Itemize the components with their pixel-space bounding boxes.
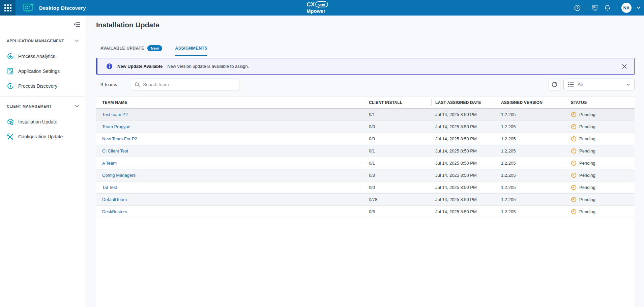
- team-link[interactable]: Test team P2: [102, 112, 128, 117]
- app-launcher-button[interactable]: [0, 0, 16, 16]
- team-search-box: [131, 79, 239, 90]
- sidebar-item-label: Configuration Update: [18, 134, 63, 139]
- table-row[interactable]: Config Managers 0/3 Jul 14, 2025 8:50 PM…: [96, 169, 635, 182]
- sidebar-item-label: Process Discovery: [18, 83, 57, 89]
- sidebar: APPLICATION MANAGEMENT Process Analytics…: [0, 16, 86, 307]
- sidebar-top: [0, 16, 86, 34]
- team-name-cell: DeskBusters: [96, 209, 365, 214]
- status-filter-dropdown[interactable]: All: [563, 79, 635, 90]
- sidebar-item-application-settings[interactable]: Application Settings: [0, 64, 86, 79]
- table-row[interactable]: Tal Test 0/0 Jul 14, 2025 8:50 PM 1.2.20…: [96, 182, 635, 194]
- desktop-discovery-app: Desktop Discovery CX one Mpower ?: [0, 0, 644, 307]
- column-header-team-name: TEAM NAME: [96, 96, 365, 108]
- client-install-cell: 0/78: [365, 197, 431, 202]
- team-link[interactable]: Config Managers: [102, 173, 136, 178]
- column-header-client-install: CLIENT INSTALL: [365, 96, 431, 108]
- sidebar-item-label: Application Settings: [18, 68, 60, 74]
- section-label: APPLICATION MANAGEMENT: [7, 39, 75, 43]
- pending-clock-icon: [571, 160, 577, 166]
- sidebar-section-header-client-management[interactable]: CLIENT MANAGEMENT: [0, 100, 86, 112]
- sidebar-item-label: Installation Update: [18, 119, 57, 124]
- team-link[interactable]: Team Pragyan: [102, 124, 130, 129]
- pending-clock-icon: [571, 197, 577, 202]
- status-label: Pending: [579, 148, 595, 154]
- status-label: Pending: [579, 173, 595, 178]
- tab-available-update[interactable]: AVAILABLE UPDATE New: [100, 45, 162, 56]
- table-row[interactable]: New Team For P2 0/0 Jul 14, 2025 8:50 PM…: [96, 133, 635, 145]
- sidebar-item-process-analytics[interactable]: Process Analytics: [0, 49, 86, 64]
- status-label: Pending: [579, 112, 595, 117]
- team-link[interactable]: CI Client Test: [102, 148, 128, 154]
- assigned-version-cell: 1.2.205: [497, 124, 567, 129]
- sidebar-section-header-application-management[interactable]: APPLICATION MANAGEMENT: [0, 35, 86, 47]
- sidebar-item-process-discovery[interactable]: Process Discovery: [0, 79, 86, 93]
- sidebar-item-installation-update[interactable]: Installation Update: [0, 114, 86, 129]
- last-assigned-date-cell: Jul 14, 2025 8:50 PM: [431, 112, 497, 117]
- client-install-cell: 0/1: [365, 161, 431, 166]
- pending-clock-icon: [571, 136, 577, 142]
- tab-assignments[interactable]: ASSIGNMENTS: [175, 45, 207, 56]
- status-label: Pending: [579, 209, 595, 214]
- client-install-cell: 0/0: [365, 185, 431, 190]
- desktop-discovery-app-icon: [23, 3, 34, 13]
- top-bar-actions: ? NA: [574, 0, 641, 16]
- banner-close-icon[interactable]: [621, 63, 628, 70]
- table-row[interactable]: Team Pragyan 0/0 Jul 14, 2025 8:50 PM 1.…: [96, 121, 635, 133]
- team-link[interactable]: DeskBusters: [102, 209, 127, 214]
- sidebar-collapse-icon[interactable]: [73, 22, 80, 28]
- last-assigned-date-cell: Jul 14, 2025 8:50 PM: [431, 209, 497, 214]
- sidebar-item-configuration-update[interactable]: Configuration Update: [0, 129, 86, 144]
- status-label: Pending: [579, 185, 595, 190]
- page-title: Installation Update: [96, 21, 159, 29]
- team-name-cell: Test team P2: [96, 112, 365, 117]
- team-name-cell: Config Managers: [96, 173, 365, 178]
- client-install-cell: 0/5: [365, 209, 431, 214]
- last-assigned-date-cell: Jul 14, 2025 8:50 PM: [431, 185, 497, 190]
- chevron-down-icon: [75, 39, 79, 42]
- client-install-cell: 0/0: [365, 124, 431, 129]
- team-name-cell: CI Client Test: [96, 148, 365, 154]
- pending-clock-icon: [571, 209, 577, 215]
- chevron-down-icon: [75, 105, 79, 108]
- table-row[interactable]: DeskBusters 0/5 Jul 14, 2025 8:50 PM 1.2…: [96, 206, 635, 218]
- assigned-version-cell: 1.2.205: [497, 173, 567, 178]
- table-row[interactable]: CI Client Test 0/1 Jul 14, 2025 8:50 PM …: [96, 145, 635, 157]
- logo-one-text: one: [318, 2, 325, 6]
- status-label: Pending: [579, 136, 595, 141]
- team-name-cell: Team Pragyan: [96, 124, 365, 129]
- help-icon[interactable]: ?: [574, 4, 581, 11]
- team-link[interactable]: DefaultTeam: [102, 197, 127, 202]
- sidebar-sections: APPLICATION MANAGEMENT Process Analytics…: [0, 34, 86, 144]
- client-install-cell: 0/3: [365, 173, 431, 178]
- team-link[interactable]: Tal Test: [102, 185, 117, 190]
- waffle-icon: [4, 4, 11, 11]
- last-assigned-date-cell: Jul 14, 2025 8:50 PM: [431, 173, 497, 178]
- app-brand: Desktop Discovery: [23, 3, 86, 13]
- refresh-button[interactable]: [549, 79, 560, 90]
- table-row[interactable]: A Team 0/1 Jul 14, 2025 8:50 PM 1.2.205 …: [96, 157, 635, 169]
- top-bar-divider: [616, 4, 616, 12]
- team-link[interactable]: New Team For P2: [102, 136, 137, 141]
- status-label: Pending: [579, 197, 595, 202]
- table-row[interactable]: DefaultTeam 0/78 Jul 14, 2025 8:50 PM 1.…: [96, 194, 635, 206]
- search-team-input[interactable]: [143, 82, 236, 87]
- status-cell: Pending: [567, 136, 635, 142]
- announcements-icon[interactable]: [591, 4, 599, 11]
- table-row[interactable]: Test team P2 0/1 Jul 14, 2025 8:50 PM 1.…: [96, 109, 635, 121]
- logo-cx-text: CX: [306, 1, 315, 8]
- svg-text:?: ?: [576, 6, 579, 10]
- section-label: CLIENT MANAGEMENT: [7, 104, 75, 108]
- top-bar: Desktop Discovery CX one Mpower ?: [0, 0, 644, 16]
- user-menu-chevron-icon[interactable]: [637, 6, 641, 9]
- status-label: Pending: [579, 124, 595, 129]
- column-header-last-assigned-date: LAST ASSIGNED DATE: [431, 96, 497, 108]
- notifications-bell-icon[interactable]: [604, 4, 611, 11]
- refresh-icon: [551, 81, 558, 88]
- column-header-status: STATUS: [567, 96, 635, 108]
- user-avatar[interactable]: NA: [621, 3, 632, 13]
- team-link[interactable]: A Team: [102, 161, 117, 166]
- assigned-version-cell: 1.2.205: [497, 161, 567, 166]
- process-analytics-icon: [7, 53, 14, 60]
- assigned-version-cell: 1.2.205: [497, 148, 567, 154]
- team-name-cell: New Team For P2: [96, 136, 365, 141]
